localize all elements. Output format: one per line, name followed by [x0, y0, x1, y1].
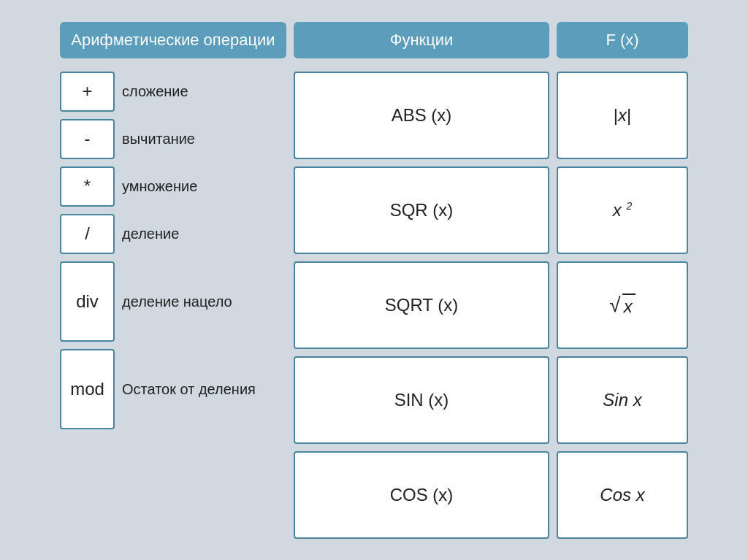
content-area: + сложение - вычитание * умножение /	[60, 72, 688, 539]
func-sqr: SQR (x)	[294, 166, 549, 254]
symbol-mod: mod	[60, 349, 115, 429]
arith-row-mul: * умножение	[60, 166, 286, 207]
label-minus: вычитание	[122, 129, 195, 148]
label-mod: Остаток от деления	[122, 349, 256, 429]
sqrt-icon: √	[609, 294, 620, 317]
fx-box-sqrt: √ x	[557, 261, 688, 349]
header-arith-label: Арифметические операции	[71, 31, 275, 50]
label-mul: умножение	[122, 177, 197, 196]
label-plus: сложение	[122, 82, 188, 101]
fx-column: |x| x 2 √ x Si	[557, 72, 688, 539]
symbol-plus: +	[60, 72, 115, 112]
func-abs: ABS (x)	[294, 72, 549, 159]
func-box-sin: SIN (x)	[294, 356, 549, 444]
fx-sin: Sin x	[557, 356, 688, 444]
arith-row-divint: div деление нацело	[60, 261, 286, 342]
arith-row-plus: + сложение	[60, 72, 286, 112]
symbol-divint: div	[60, 261, 115, 342]
fx-abs: |x|	[557, 72, 688, 159]
arith-row-mod: mod Остаток от деления	[60, 349, 286, 429]
header-func: Функции	[294, 22, 549, 58]
func-box-cos: COS (x)	[294, 451, 549, 539]
symbol-div: /	[60, 214, 115, 254]
header-row: Арифметические операции Функции F (x)	[60, 22, 688, 58]
symbol-minus: -	[60, 119, 115, 159]
func-box-abs: ABS (x)	[294, 72, 549, 159]
fx-sqrt: √ x	[557, 261, 688, 349]
arith-row-div: / деление	[60, 214, 286, 254]
arith-row-minus: - вычитание	[60, 119, 286, 159]
symbol-mul: *	[60, 166, 115, 207]
header-fx: F (x)	[557, 22, 688, 58]
func-cos: COS (x)	[294, 451, 549, 539]
arith-column: + сложение - вычитание * умножение /	[60, 72, 286, 539]
func-sqrt: SQRT (x)	[294, 261, 549, 349]
label-divint: деление нацело	[122, 261, 232, 342]
header-func-label: Функции	[390, 31, 454, 50]
func-box-sqrt: SQRT (x)	[294, 261, 549, 349]
func-sin: SIN (x)	[294, 356, 549, 444]
main-container: Арифметические операции Функции F (x) + …	[60, 22, 688, 539]
label-div: деление	[122, 224, 179, 243]
fx-sqr: x 2	[557, 166, 688, 254]
fx-box-sqr: x 2	[557, 166, 688, 254]
header-arith: Арифметические операции	[60, 22, 286, 58]
header-fx-label: F (x)	[606, 31, 638, 50]
fx-box-cos: Cos x	[557, 451, 688, 539]
fx-box-abs: |x|	[557, 72, 688, 159]
fx-box-sin: Sin x	[557, 356, 688, 444]
func-box-sqr: SQR (x)	[294, 166, 549, 254]
func-column: ABS (x) SQR (x) SQRT (x) SIN (x)	[294, 72, 549, 539]
fx-cos: Cos x	[557, 451, 688, 539]
